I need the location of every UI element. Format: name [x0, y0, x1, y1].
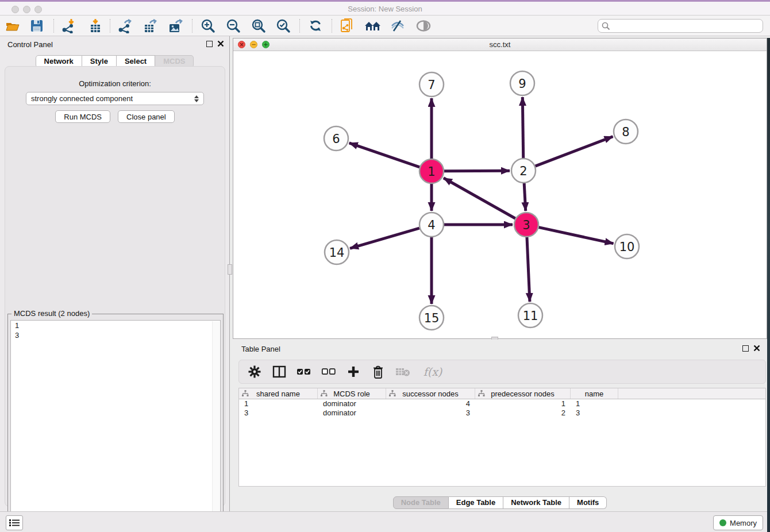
task-history-button[interactable] — [6, 515, 23, 530]
panel-divider-grip[interactable] — [228, 264, 232, 275]
gear-icon — [248, 365, 261, 378]
main-toolbar — [0, 16, 770, 36]
create-column-button[interactable] — [346, 364, 361, 379]
table-header-row: shared name MCDS role successor nodes pr… — [239, 388, 765, 399]
graph-edge-3-1[interactable] — [444, 178, 515, 218]
column-header-name[interactable]: name — [571, 388, 618, 399]
delete-table-button[interactable] — [395, 364, 410, 379]
graph-node-2[interactable]: 2 — [511, 159, 536, 183]
graph-node-3[interactable]: 3 — [514, 213, 538, 237]
criterion-dropdown[interactable]: strongly connected component — [26, 92, 204, 105]
column-header-mcds-role[interactable]: MCDS role — [318, 388, 386, 399]
tab-edge-table[interactable]: Edge Table — [449, 496, 503, 509]
open-session-button[interactable] — [4, 17, 21, 34]
graph-node-15[interactable]: 15 — [419, 306, 444, 330]
result-scrollbar[interactable] — [212, 321, 220, 530]
table-cell[interactable]: 1 — [239, 399, 318, 408]
table-cell[interactable]: 2 — [475, 408, 571, 418]
svg-text:3: 3 — [522, 218, 530, 232]
delete-column-button[interactable] — [371, 364, 386, 379]
first-neighbors-button[interactable] — [364, 17, 382, 34]
memory-button[interactable]: Memory — [713, 515, 763, 530]
column-header-shared-name[interactable]: shared name — [239, 388, 318, 399]
svg-text:2: 2 — [519, 164, 527, 178]
delete-icon — [372, 365, 384, 379]
export-table-button[interactable] — [141, 17, 159, 34]
table-cell[interactable]: 3 — [386, 408, 475, 418]
new-network-from-selection-button[interactable] — [339, 17, 356, 34]
table-cell[interactable]: 1 — [571, 399, 618, 408]
graph-edge-2-8[interactable] — [536, 137, 613, 167]
graph-node-6[interactable]: 6 — [324, 126, 348, 151]
table-cell[interactable]: 3 — [239, 408, 318, 418]
graph-node-10[interactable]: 10 — [615, 234, 639, 259]
table-cell[interactable]: 3 — [571, 408, 618, 418]
close-panel-icon[interactable] — [217, 40, 224, 47]
table-body: 1dominator4113dominator323 — [239, 399, 765, 418]
table-settings-button[interactable] — [247, 364, 262, 379]
column-header-predecessor-nodes[interactable]: predecessor nodes — [475, 388, 571, 399]
zoom-selected-button[interactable] — [275, 17, 292, 34]
export-image-button[interactable] — [167, 17, 184, 34]
export-network-button[interactable] — [117, 17, 134, 34]
mcds-result-line: 1 — [11, 321, 220, 330]
table-cell[interactable]: dominator — [318, 408, 386, 418]
save-session-button[interactable] — [28, 17, 45, 34]
close-table-panel-icon[interactable] — [753, 345, 760, 352]
mcds-result-textarea[interactable]: 1 3 — [10, 320, 221, 531]
graph-node-1[interactable]: 1 — [419, 159, 444, 183]
search-input[interactable] — [610, 22, 763, 30]
float-table-panel-icon[interactable] — [742, 345, 749, 352]
close-panel-button[interactable]: Close panel — [118, 110, 175, 123]
svg-text:1: 1 — [428, 165, 435, 179]
graph-edge-4-14[interactable] — [350, 228, 419, 248]
graph-node-4[interactable]: 4 — [419, 213, 444, 237]
graph-edge-3-10[interactable] — [538, 228, 613, 244]
network-window-titlebar[interactable]: × − + scc.txt — [233, 38, 767, 51]
zoom-fit-button[interactable] — [250, 17, 267, 34]
graph-node-14[interactable]: 14 — [325, 240, 349, 264]
search-field[interactable] — [598, 19, 763, 33]
show-column-panel-button[interactable] — [272, 364, 287, 379]
graph-node-7[interactable]: 7 — [419, 72, 444, 97]
import-network-button[interactable] — [60, 17, 78, 34]
zoom-in-button[interactable] — [199, 17, 217, 34]
table-cell[interactable]: 1 — [475, 399, 571, 408]
tab-node-table[interactable]: Node Table — [393, 496, 449, 509]
float-panel-icon[interactable] — [206, 41, 213, 47]
deselect-all-button[interactable] — [321, 364, 336, 379]
zoom-out-button[interactable] — [225, 17, 242, 34]
tab-network-table[interactable]: Network Table — [503, 496, 569, 509]
import-table-button[interactable] — [87, 17, 104, 34]
graph-edge-2-9[interactable] — [522, 97, 523, 158]
select-all-button[interactable] — [297, 364, 311, 379]
graph-edge-2-3[interactable] — [524, 183, 526, 211]
hide-selected-button[interactable] — [389, 17, 406, 34]
table-row[interactable]: 3dominator323 — [239, 408, 765, 418]
network-canvas[interactable]: 7968124314101511 — [233, 51, 767, 338]
table-cell[interactable]: 4 — [386, 399, 475, 408]
tab-motifs[interactable]: Motifs — [569, 496, 607, 509]
column-header-successor-nodes[interactable]: successor nodes — [386, 388, 475, 399]
show-graphics-details-button[interactable] — [415, 17, 432, 34]
table-row[interactable]: 1dominator411 — [239, 399, 765, 408]
refresh-button[interactable] — [307, 17, 324, 34]
mcds-result-line: 3 — [11, 330, 220, 340]
graph-edge-1-2[interactable] — [444, 171, 510, 171]
graph-edge-3-11[interactable] — [527, 237, 530, 302]
graph-node-11[interactable]: 11 — [518, 303, 542, 327]
graph-node-8[interactable]: 8 — [614, 119, 638, 144]
show-graphics-details-icon — [415, 18, 432, 33]
svg-text:4: 4 — [428, 218, 435, 232]
graph-edge-1-6[interactable] — [349, 143, 419, 167]
memory-label: Memory — [730, 519, 757, 527]
function-builder-button[interactable]: f(x) — [420, 364, 445, 379]
run-mcds-button[interactable]: Run MCDS — [55, 110, 110, 123]
graph-node-9[interactable]: 9 — [510, 71, 534, 95]
app-titlebar: Session: New Session — [0, 0, 770, 16]
table-cell[interactable]: dominator — [318, 399, 386, 408]
session-title: Session: New Session — [0, 5, 770, 13]
table-tab-bar: Node Table Edge Table Network Table Moti… — [233, 496, 767, 509]
import-network-icon — [61, 18, 76, 33]
svg-text:7: 7 — [428, 78, 435, 92]
